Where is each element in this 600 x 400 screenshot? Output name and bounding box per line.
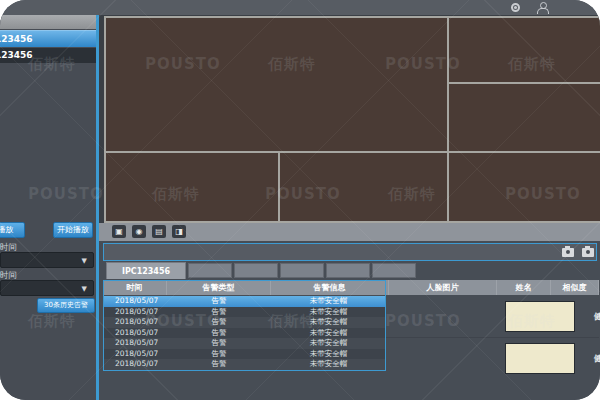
header-time: 时间 bbox=[103, 280, 167, 295]
history-alarm-button[interactable]: 30条历史告警 bbox=[37, 298, 95, 313]
device-item[interactable]: 123456 bbox=[0, 48, 96, 63]
cell-info: 未带安全帽 bbox=[271, 307, 386, 318]
alarm-action-bar bbox=[103, 243, 597, 261]
alarm-row[interactable]: 2018/05/07 告警 未带安全帽 bbox=[103, 359, 386, 370]
header-alarm-type: 告警类型 bbox=[167, 280, 271, 295]
user-profile-icon[interactable] bbox=[536, 2, 548, 13]
title-bar bbox=[0, 0, 600, 15]
settings-gear-icon[interactable] bbox=[511, 3, 520, 12]
cell-info: 未带安全帽 bbox=[271, 349, 386, 360]
record-icon[interactable]: ◉ bbox=[132, 225, 146, 238]
alarm-row[interactable]: 2018/05/07 告警 未带安全帽 bbox=[103, 296, 386, 307]
alarm-panel: IPC123456 时间 告警类型 告警信息 人脸图片 姓名 相似度 2018/… bbox=[99, 241, 600, 400]
tab-empty[interactable] bbox=[372, 263, 416, 278]
header-face-image: 人脸图片 bbox=[389, 280, 497, 295]
camera-capture-icon[interactable] bbox=[582, 248, 594, 257]
detection-detail-area: 健某某 88% 健某某 88% bbox=[386, 296, 599, 380]
video-panel-bottom-right[interactable] bbox=[449, 153, 600, 221]
video-toolbar: ▣ ◉ ▤ ◨ bbox=[99, 223, 600, 241]
tab-empty[interactable] bbox=[280, 263, 324, 278]
chevron-down-icon: ▼ bbox=[82, 285, 87, 293]
detection-name: 健某某 bbox=[576, 353, 600, 364]
cell-type: 告警 bbox=[167, 349, 271, 360]
video-panel-main[interactable] bbox=[106, 18, 447, 151]
tab-empty[interactable] bbox=[234, 263, 278, 278]
cell-info: 未带安全帽 bbox=[271, 338, 386, 349]
tab-empty[interactable] bbox=[326, 263, 370, 278]
video-panel-mid-right[interactable] bbox=[449, 84, 600, 151]
video-panel-top-right[interactable] bbox=[449, 18, 600, 82]
end-time-select[interactable]: ▼ bbox=[0, 280, 94, 296]
cell-type: 告警 bbox=[167, 328, 271, 339]
alarm-row[interactable]: 2018/05/07 告警 未带安全帽 bbox=[103, 338, 386, 349]
tab-ipc123456[interactable]: IPC123456 bbox=[106, 262, 186, 279]
stop-playback-button[interactable]: 停止播放 bbox=[0, 222, 25, 238]
face-image[interactable] bbox=[505, 301, 575, 332]
cell-info: 未带安全帽 bbox=[271, 317, 386, 328]
alarm-tabs: IPC123456 bbox=[103, 262, 597, 279]
cell-time: 2018/05/07 bbox=[103, 328, 167, 339]
cell-time: 2018/05/07 bbox=[103, 296, 167, 307]
device-list-header bbox=[0, 15, 96, 29]
cell-info: 未带安全帽 bbox=[271, 359, 386, 370]
cell-time: 2018/05/07 bbox=[103, 349, 167, 360]
video-panel-bottom-mid[interactable] bbox=[280, 153, 447, 221]
chevron-down-icon: ▼ bbox=[82, 257, 87, 265]
snapshot-icon[interactable]: ▣ bbox=[112, 225, 126, 238]
cell-type: 告警 bbox=[167, 307, 271, 318]
cell-info: 未带安全帽 bbox=[271, 296, 386, 307]
device-sidebar: 123456 123456 停止播放 开始播放 开始时间 ▼ 结束时间 ▼ 30… bbox=[0, 15, 96, 400]
detection-name: 健某某 bbox=[576, 311, 600, 322]
tab-empty[interactable] bbox=[188, 263, 232, 278]
start-time-select[interactable]: ▼ bbox=[0, 252, 94, 268]
header-similarity: 相似度 bbox=[551, 280, 599, 295]
cell-time: 2018/05/07 bbox=[103, 317, 167, 328]
save-icon[interactable]: ▤ bbox=[152, 225, 166, 238]
detection-group: 健某某 88% bbox=[386, 296, 599, 337]
cell-type: 告警 bbox=[167, 317, 271, 328]
video-panel-bottom-left[interactable] bbox=[106, 153, 278, 221]
video-wall bbox=[104, 16, 600, 223]
alarm-table-header: 时间 告警类型 告警信息 人脸图片 姓名 相似度 bbox=[103, 280, 599, 295]
cell-type: 告警 bbox=[167, 296, 271, 307]
app-window: 123456 123456 停止播放 开始播放 开始时间 ▼ 结束时间 ▼ 30… bbox=[0, 0, 600, 400]
cell-info: 未带安全帽 bbox=[271, 328, 386, 339]
split-screen-icon[interactable]: ◨ bbox=[172, 225, 186, 238]
face-capture-icon[interactable] bbox=[562, 248, 574, 257]
header-alarm-info: 告警信息 bbox=[271, 280, 389, 295]
cell-type: 告警 bbox=[167, 338, 271, 349]
alarm-row[interactable]: 2018/05/07 告警 未带安全帽 bbox=[103, 317, 386, 328]
alarm-row[interactable]: 2018/05/07 告警 未带安全帽 bbox=[103, 307, 386, 318]
alarm-row[interactable]: 2018/05/07 告警 未带安全帽 bbox=[103, 328, 386, 339]
face-image[interactable] bbox=[505, 343, 575, 374]
cell-time: 2018/05/07 bbox=[103, 307, 167, 318]
detection-group: 健某某 88% bbox=[386, 338, 599, 379]
cell-type: 告警 bbox=[167, 359, 271, 370]
start-playback-button[interactable]: 开始播放 bbox=[53, 222, 93, 238]
alarm-row[interactable]: 2018/05/07 告警 未带安全帽 bbox=[103, 349, 386, 360]
cell-time: 2018/05/07 bbox=[103, 359, 167, 370]
alarm-table-body: 2018/05/07 告警 未带安全帽 2018/05/07 告警 未带安全帽 … bbox=[103, 296, 386, 370]
device-item-selected[interactable]: 123456 bbox=[0, 30, 96, 47]
header-name: 姓名 bbox=[497, 280, 551, 295]
cell-time: 2018/05/07 bbox=[103, 338, 167, 349]
